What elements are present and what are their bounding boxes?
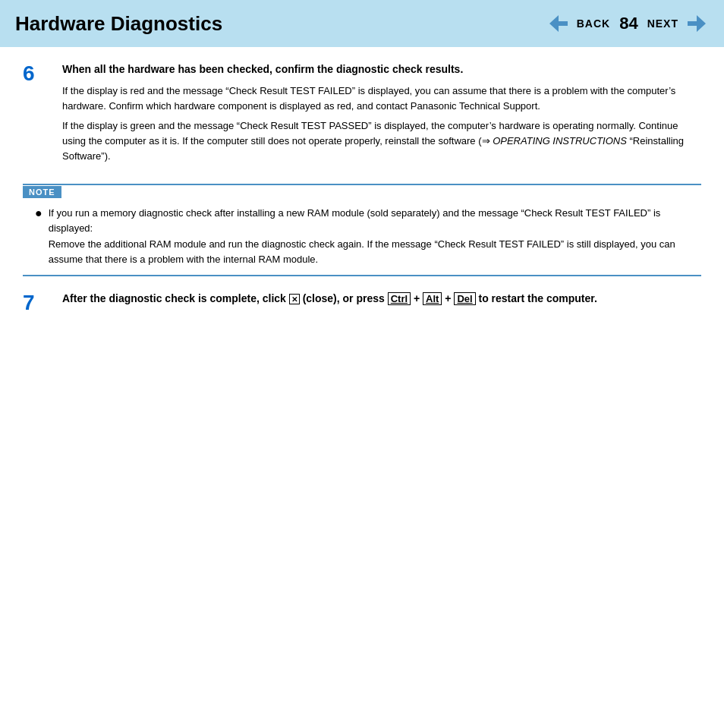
alt-key: Alt <box>423 292 442 305</box>
note-box: NOTE ● If you run a memory diagnostic ch… <box>23 184 701 276</box>
step-6: 6 When all the hardware has been checked… <box>23 62 701 169</box>
del-key: Del <box>454 292 475 305</box>
step-7-before: After the diagnostic check is complete, … <box>62 292 289 304</box>
note-item-1-text: If you run a memory diagnostic check aft… <box>49 206 692 267</box>
page-content: 6 When all the hardware has been checked… <box>0 47 724 353</box>
step-7-heading: After the diagnostic check is complete, … <box>62 292 701 307</box>
back-label[interactable]: BACK <box>577 17 610 30</box>
operating-instructions-ref: OPERATING INSTRUCTIONS <box>493 135 627 147</box>
next-button[interactable] <box>685 13 709 34</box>
note-item-1-part2: Remove the additional RAM module and run… <box>49 237 692 267</box>
step-6-body: If the display is red and the message “C… <box>62 84 701 165</box>
svg-marker-0 <box>549 15 568 32</box>
page-title: Hardware Diagnostics <box>15 12 222 36</box>
note-content: ● If you run a memory diagnostic check a… <box>23 198 701 275</box>
step-6-heading: When all the hardware has been checked, … <box>62 62 701 77</box>
bullet-icon: ● <box>35 206 42 222</box>
note-label: NOTE <box>23 186 61 198</box>
page-header: Hardware Diagnostics BACK 84 NEXT <box>0 0 724 47</box>
ctrl-key: Ctrl <box>388 292 411 305</box>
next-label[interactable]: NEXT <box>647 17 678 30</box>
step-6-para-2: If the display is green and the message … <box>62 118 701 164</box>
step-7-number: 7 <box>23 292 50 315</box>
svg-marker-1 <box>688 15 706 32</box>
note-item-1: ● If you run a memory diagnostic check a… <box>35 206 692 267</box>
step-6-number: 6 <box>23 62 50 169</box>
step-6-para-1: If the display is red and the message “C… <box>62 84 701 114</box>
step-7-content: After the diagnostic check is complete, … <box>62 292 701 315</box>
navigation: BACK 84 NEXT <box>546 13 709 34</box>
back-button[interactable] <box>546 13 571 34</box>
page-number: 84 <box>619 14 637 33</box>
step-6-content: When all the hardware has been checked, … <box>62 62 701 169</box>
step-7: 7 After the diagnostic check is complete… <box>23 292 701 315</box>
note-item-1-part1: If you run a memory diagnostic check aft… <box>49 206 692 236</box>
close-icon: ✕ <box>289 294 300 304</box>
step-7-middle: (close), or press Ctrl + Alt + Del to re… <box>300 292 597 304</box>
